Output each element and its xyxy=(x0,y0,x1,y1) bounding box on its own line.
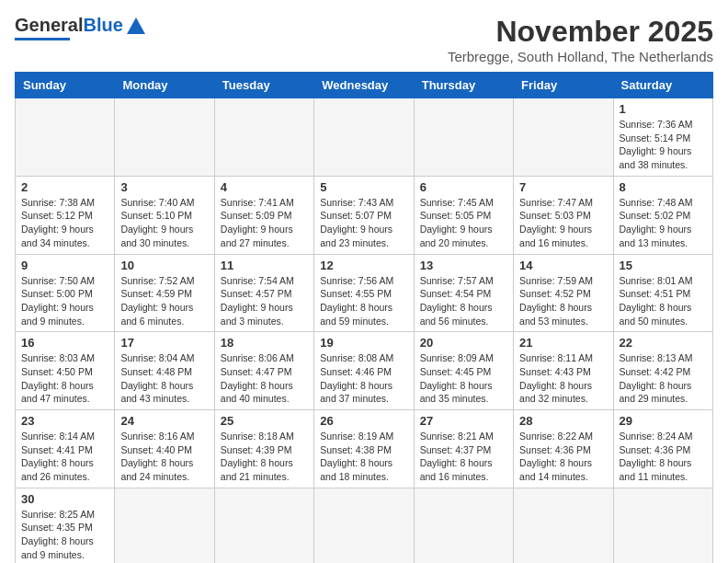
weekday-header-cell: Thursday xyxy=(414,73,513,98)
calendar-cell: 6Sunrise: 7:45 AM Sunset: 5:05 PM Daylig… xyxy=(414,176,513,254)
calendar-week-row: 30Sunrise: 8:25 AM Sunset: 4:35 PM Dayli… xyxy=(16,488,713,563)
day-info: Sunrise: 8:09 AM Sunset: 4:45 PM Dayligh… xyxy=(420,351,507,406)
logo-blue-text: Blue xyxy=(83,15,122,36)
day-info: Sunrise: 7:57 AM Sunset: 4:54 PM Dayligh… xyxy=(420,274,507,328)
calendar-cell xyxy=(613,488,712,563)
calendar-cell: 28Sunrise: 8:22 AM Sunset: 4:36 PM Dayli… xyxy=(514,410,613,488)
calendar-body: 1Sunrise: 7:36 AM Sunset: 5:14 PM Daylig… xyxy=(16,98,713,564)
day-info: Sunrise: 7:54 AM Sunset: 4:57 PM Dayligh… xyxy=(221,274,308,328)
title-area: November 2025 Terbregge, South Holland, … xyxy=(448,15,713,64)
day-number: 5 xyxy=(320,180,407,194)
day-info: Sunrise: 7:50 AM Sunset: 5:00 PM Dayligh… xyxy=(21,274,108,328)
calendar-week-row: 2Sunrise: 7:38 AM Sunset: 5:12 PM Daylig… xyxy=(16,176,713,254)
weekday-header-row: SundayMondayTuesdayWednesdayThursdayFrid… xyxy=(16,73,713,98)
calendar-cell: 14Sunrise: 7:59 AM Sunset: 4:52 PM Dayli… xyxy=(514,254,613,332)
day-number: 6 xyxy=(420,180,507,194)
calendar-cell xyxy=(314,98,414,177)
calendar-cell: 10Sunrise: 7:52 AM Sunset: 4:59 PM Dayli… xyxy=(115,254,214,332)
day-number: 11 xyxy=(221,259,308,272)
calendar-cell xyxy=(214,488,313,563)
day-number: 28 xyxy=(519,414,607,428)
calendar-cell xyxy=(414,98,513,177)
calendar-cell: 17Sunrise: 8:04 AM Sunset: 4:48 PM Dayli… xyxy=(115,332,214,410)
calendar-cell: 29Sunrise: 8:24 AM Sunset: 4:36 PM Dayli… xyxy=(613,410,712,488)
logo: General Blue xyxy=(15,15,145,40)
calendar-week-row: 23Sunrise: 8:14 AM Sunset: 4:41 PM Dayli… xyxy=(16,410,713,488)
calendar-cell: 24Sunrise: 8:16 AM Sunset: 4:40 PM Dayli… xyxy=(115,410,214,488)
calendar-cell: 19Sunrise: 8:08 AM Sunset: 4:46 PM Dayli… xyxy=(314,332,414,410)
calendar-cell: 26Sunrise: 8:19 AM Sunset: 4:38 PM Dayli… xyxy=(314,410,414,488)
day-info: Sunrise: 7:40 AM Sunset: 5:10 PM Dayligh… xyxy=(120,196,208,250)
calendar-cell: 5Sunrise: 7:43 AM Sunset: 5:07 PM Daylig… xyxy=(314,176,414,254)
day-info: Sunrise: 8:24 AM Sunset: 4:36 PM Dayligh… xyxy=(620,430,707,484)
month-title: November 2025 xyxy=(448,15,713,49)
day-number: 27 xyxy=(420,414,507,428)
weekday-header-cell: Monday xyxy=(115,73,214,98)
calendar-cell xyxy=(115,98,214,177)
day-info: Sunrise: 8:13 AM Sunset: 4:42 PM Dayligh… xyxy=(620,351,707,406)
day-number: 10 xyxy=(120,259,208,272)
day-info: Sunrise: 7:41 AM Sunset: 5:09 PM Dayligh… xyxy=(221,196,308,250)
weekday-header-cell: Wednesday xyxy=(314,73,414,98)
day-info: Sunrise: 8:06 AM Sunset: 4:47 PM Dayligh… xyxy=(221,351,308,406)
day-info: Sunrise: 8:18 AM Sunset: 4:39 PM Dayligh… xyxy=(221,430,308,484)
calendar-cell: 12Sunrise: 7:56 AM Sunset: 4:55 PM Dayli… xyxy=(314,254,414,332)
day-info: Sunrise: 7:43 AM Sunset: 5:07 PM Dayligh… xyxy=(320,196,407,250)
logo-line xyxy=(15,38,70,40)
day-number: 9 xyxy=(21,259,108,272)
calendar-cell: 8Sunrise: 7:48 AM Sunset: 5:02 PM Daylig… xyxy=(613,176,712,254)
calendar-cell: 16Sunrise: 8:03 AM Sunset: 4:50 PM Dayli… xyxy=(16,332,115,410)
day-number: 26 xyxy=(320,414,407,428)
logo-triangle-icon xyxy=(127,17,145,34)
day-number: 3 xyxy=(120,180,208,194)
day-number: 22 xyxy=(620,336,707,350)
day-number: 12 xyxy=(320,259,407,272)
calendar-cell: 23Sunrise: 8:14 AM Sunset: 4:41 PM Dayli… xyxy=(16,410,115,488)
day-info: Sunrise: 8:08 AM Sunset: 4:46 PM Dayligh… xyxy=(320,351,407,406)
day-info: Sunrise: 8:11 AM Sunset: 4:43 PM Dayligh… xyxy=(519,351,607,406)
day-number: 16 xyxy=(21,336,108,350)
calendar-week-row: 9Sunrise: 7:50 AM Sunset: 5:00 PM Daylig… xyxy=(16,254,713,332)
day-number: 21 xyxy=(519,336,607,350)
calendar-cell: 9Sunrise: 7:50 AM Sunset: 5:00 PM Daylig… xyxy=(16,254,115,332)
calendar-cell xyxy=(214,98,313,177)
day-info: Sunrise: 8:01 AM Sunset: 4:51 PM Dayligh… xyxy=(620,274,707,328)
logo-general-text: General xyxy=(15,15,83,36)
day-number: 18 xyxy=(221,336,308,350)
calendar-cell: 3Sunrise: 7:40 AM Sunset: 5:10 PM Daylig… xyxy=(115,176,214,254)
day-info: Sunrise: 8:22 AM Sunset: 4:36 PM Dayligh… xyxy=(519,430,607,484)
header: General Blue November 2025 Terbregge, So… xyxy=(15,15,713,64)
day-number: 25 xyxy=(221,414,308,428)
calendar-cell: 15Sunrise: 8:01 AM Sunset: 4:51 PM Dayli… xyxy=(613,254,712,332)
day-info: Sunrise: 7:52 AM Sunset: 4:59 PM Dayligh… xyxy=(120,274,208,328)
day-info: Sunrise: 7:59 AM Sunset: 4:52 PM Dayligh… xyxy=(519,274,607,328)
calendar-cell xyxy=(16,98,115,177)
weekday-header-cell: Friday xyxy=(514,73,613,98)
day-number: 7 xyxy=(519,180,607,194)
calendar-cell xyxy=(414,488,513,563)
calendar-cell: 13Sunrise: 7:57 AM Sunset: 4:54 PM Dayli… xyxy=(414,254,513,332)
weekday-header-cell: Saturday xyxy=(613,73,712,98)
day-info: Sunrise: 8:03 AM Sunset: 4:50 PM Dayligh… xyxy=(21,351,108,406)
calendar-week-row: 16Sunrise: 8:03 AM Sunset: 4:50 PM Dayli… xyxy=(16,332,713,410)
day-info: Sunrise: 7:48 AM Sunset: 5:02 PM Dayligh… xyxy=(620,196,707,250)
day-number: 17 xyxy=(120,336,208,350)
weekday-header-cell: Tuesday xyxy=(214,73,313,98)
day-info: Sunrise: 7:36 AM Sunset: 5:14 PM Dayligh… xyxy=(620,118,707,172)
day-info: Sunrise: 8:14 AM Sunset: 4:41 PM Dayligh… xyxy=(21,430,108,484)
calendar-cell xyxy=(514,98,613,177)
location-title: Terbregge, South Holland, The Netherland… xyxy=(448,49,713,64)
day-info: Sunrise: 8:19 AM Sunset: 4:38 PM Dayligh… xyxy=(320,430,407,484)
day-number: 14 xyxy=(519,259,607,272)
day-number: 30 xyxy=(21,492,108,506)
calendar-cell: 4Sunrise: 7:41 AM Sunset: 5:09 PM Daylig… xyxy=(214,176,313,254)
day-info: Sunrise: 7:47 AM Sunset: 5:03 PM Dayligh… xyxy=(519,196,607,250)
calendar-cell: 21Sunrise: 8:11 AM Sunset: 4:43 PM Dayli… xyxy=(514,332,613,410)
calendar-cell: 18Sunrise: 8:06 AM Sunset: 4:47 PM Dayli… xyxy=(214,332,313,410)
day-number: 4 xyxy=(221,180,308,194)
calendar-cell: 27Sunrise: 8:21 AM Sunset: 4:37 PM Dayli… xyxy=(414,410,513,488)
calendar-cell xyxy=(514,488,613,563)
day-number: 8 xyxy=(620,180,707,194)
day-number: 13 xyxy=(420,259,507,272)
day-number: 19 xyxy=(320,336,407,350)
